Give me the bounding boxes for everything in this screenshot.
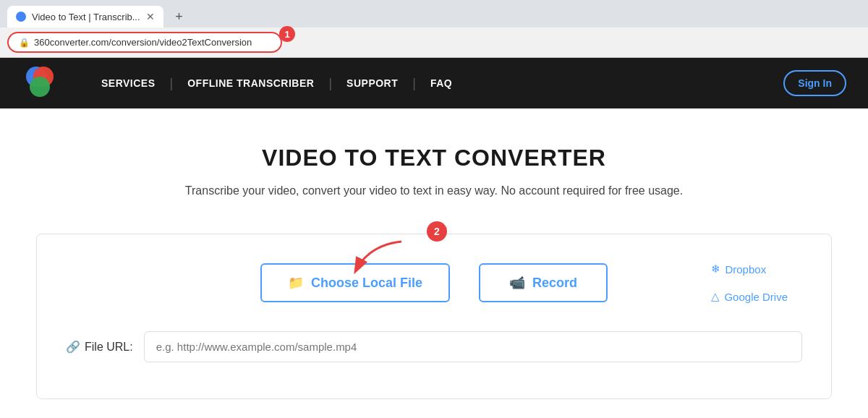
upload-section: 2 📁 Choose Local File 📹 Record	[36, 234, 832, 399]
google-drive-button[interactable]: △ Google Drive	[711, 290, 788, 303]
new-tab-button[interactable]: +	[169, 7, 190, 27]
video-icon: 📹	[509, 275, 525, 291]
lock-icon: 🔒	[19, 38, 30, 48]
tab-title: Video to Text | Transcrib...	[32, 12, 140, 22]
dropbox-icon: ❄	[711, 263, 720, 276]
record-label: Record	[532, 276, 577, 291]
browser-chrome: Video to Text | Transcrib... ✕ + 🔒 360co…	[0, 0, 868, 58]
address-bar-row: 🔒 360converter.com/conversion/video2Text…	[0, 27, 868, 57]
drive-icon: △	[711, 290, 720, 303]
google-drive-label: Google Drive	[724, 291, 788, 303]
address-bar[interactable]: 🔒 360converter.com/conversion/video2Text…	[7, 32, 282, 53]
step2-badge: 2	[427, 221, 447, 242]
nav-services[interactable]: SERVICES	[87, 77, 170, 89]
dropbox-button[interactable]: ❄ Dropbox	[711, 263, 788, 276]
file-url-label: 🔗 File URL:	[66, 340, 133, 354]
page-title: VIDEO TO TEXT CONVERTER	[22, 145, 846, 171]
link-icon: 🔗	[66, 340, 80, 354]
file-url-row: 🔗 File URL:	[59, 331, 809, 362]
tab-bar: Video to Text | Transcrib... ✕ +	[0, 0, 868, 27]
arrow-annotation	[347, 238, 420, 278]
svg-point-2	[30, 77, 50, 97]
step1-badge: 1	[279, 26, 295, 42]
buttons-row: 2 📁 Choose Local File 📹 Record	[59, 263, 809, 302]
side-options: ❄ Dropbox △ Google Drive	[711, 263, 788, 303]
nav-support[interactable]: SUPPORT	[332, 77, 412, 89]
tab-close-icon[interactable]: ✕	[146, 11, 155, 22]
nav-faq[interactable]: FAQ	[416, 77, 467, 89]
dropbox-label: Dropbox	[725, 263, 766, 276]
site-logo[interactable]	[22, 64, 58, 103]
file-url-input[interactable]	[144, 331, 802, 362]
url-text: 360converter.com/conversion/video2TextCo…	[34, 37, 252, 48]
page-subtitle: Transcribe your video, convert your vide…	[22, 184, 846, 197]
main-content: VIDEO TO TEXT CONVERTER Transcribe your …	[0, 108, 868, 418]
address-bar-container: 🔒 360converter.com/conversion/video2Text…	[7, 32, 282, 53]
site-navbar: SERVICES | OFFLINE TRANSCRIBER | SUPPORT…	[0, 58, 868, 108]
nav-offline-transcriber[interactable]: OFFLINE TRANSCRIBER	[173, 77, 328, 89]
sign-in-button[interactable]: Sign In	[783, 70, 846, 96]
active-tab[interactable]: Video to Text | Transcrib... ✕	[7, 6, 163, 27]
record-button[interactable]: 📹 Record	[479, 263, 608, 302]
folder-icon: 📁	[288, 275, 304, 291]
logo-svg	[22, 64, 58, 100]
nav-links: SERVICES | OFFLINE TRANSCRIBER | SUPPORT…	[87, 76, 783, 91]
tab-favicon	[16, 12, 26, 22]
